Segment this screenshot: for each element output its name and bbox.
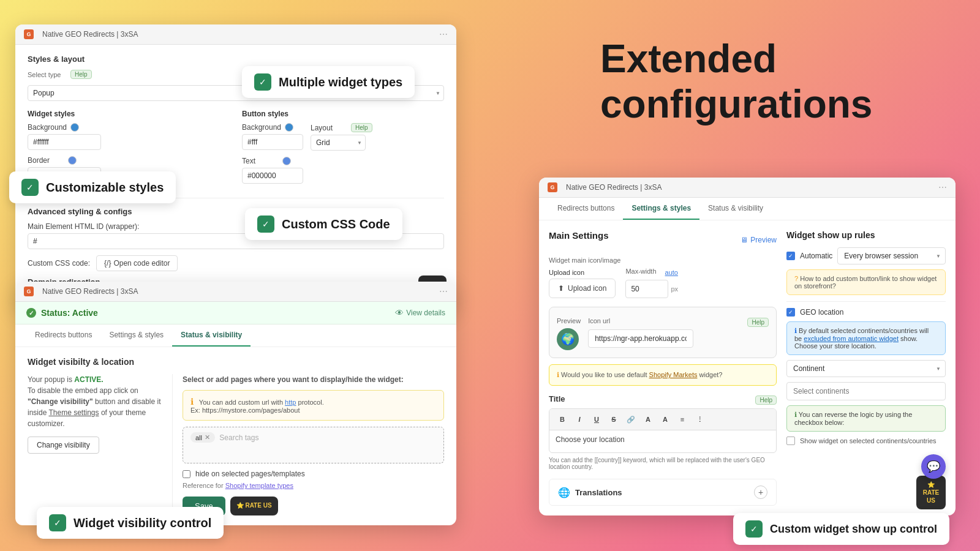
tag-all: all ✕	[190, 432, 215, 443]
more-btn[interactable]: ⋮	[693, 413, 706, 426]
chat-bubble[interactable]: 💬	[921, 454, 946, 479]
widget-bg-input[interactable]	[28, 134, 101, 150]
callout-custom-show: ✓ Custom widget show up control	[733, 513, 949, 545]
translations-row: 🌐 Translations +	[549, 479, 777, 506]
title-editor-body[interactable]: Choose your location	[549, 430, 776, 452]
eye-icon: 👁	[395, 308, 404, 318]
open-editor-btn[interactable]: {/} Open code editor	[96, 255, 178, 271]
info-icon-blue: ℹ	[794, 327, 797, 334]
preview-link[interactable]: 🖥 Preview	[741, 236, 777, 244]
check-icon-1: ✓	[254, 73, 271, 91]
search-tags-area: all ✕ Search tags	[183, 427, 444, 463]
btn-bg-swatch	[285, 123, 293, 132]
bold-btn[interactable]: B	[556, 413, 569, 426]
status-bar: ✓ Status: Active 👁 View details	[15, 302, 456, 324]
view-details-btn[interactable]: 👁 View details	[395, 308, 445, 318]
align-btn[interactable]: ≡	[676, 413, 689, 426]
callout-visibility-control: ✓ Widget visibility control	[37, 507, 224, 539]
check-icon-4: ✓	[49, 514, 66, 531]
visibility-desc: Your popup is ACTIVE. To disable the emb…	[28, 374, 162, 429]
check-icon-2: ✓	[257, 216, 274, 233]
strikethrough-btn[interactable]: S	[607, 413, 620, 426]
status-dot: ✓	[26, 308, 36, 318]
info-box-url: ℹ You can add custom url with http proto…	[183, 390, 444, 421]
callout-customizable: ✓ Customizable styles	[9, 171, 176, 203]
bottom-tabs: Redirects buttons Settings & styles Stat…	[15, 324, 456, 347]
bottom-status-panel: G Native GEO Redirects | 3xSA ⋯ ✓ Status…	[15, 282, 456, 525]
italic-btn[interactable]: I	[573, 413, 586, 426]
green-info-box: ℹ You can reverse the logic by using the…	[786, 405, 946, 432]
border-color-swatch	[68, 156, 77, 165]
panel-titlebar: G Native GEO Redirects | 3xSA ⋯	[15, 24, 456, 45]
globe-preview: 🌍	[557, 328, 579, 350]
session-dropdown[interactable]: Every browser session	[837, 247, 946, 264]
right-menu-icon: ⋯	[938, 182, 947, 192]
callout-custom-css: ✓ Custom CSS Code	[245, 208, 402, 240]
callout-multiple-widget: ✓ Multiple widget types	[242, 66, 415, 98]
bg-color-swatch	[70, 123, 79, 132]
app-icon: G	[24, 29, 34, 39]
rate-us-btn-bottom[interactable]: ⭐ RATE US	[230, 497, 278, 515]
status-panel-menu: ⋯	[439, 287, 448, 296]
info-icon-yellow: ℹ	[557, 371, 559, 378]
editor-icon: {/}	[104, 259, 111, 268]
icon-url-input[interactable]	[588, 329, 693, 348]
tab-settings-right[interactable]: Settings & styles	[623, 198, 699, 220]
globe-icon-translations: 🌐	[558, 487, 570, 498]
tag-close-icon[interactable]: ✕	[205, 433, 210, 441]
underline-btn[interactable]: U	[590, 413, 603, 426]
info-icon: ℹ	[190, 397, 194, 407]
layout-dropdown[interactable]: Grid	[311, 135, 366, 151]
tab-settings-bottom[interactable]: Settings & styles	[100, 324, 172, 347]
tab-status-bottom[interactable]: Status & visibility	[172, 324, 251, 347]
yellow-info-box: ℹ Would you like to use default Shopify …	[549, 364, 777, 386]
continent-dropdown[interactable]: Continent	[786, 360, 946, 377]
icon-preview-area: Preview 🌍 Icon url Help	[549, 307, 777, 358]
btn-text-input[interactable]	[242, 168, 303, 184]
app-icon-3: G	[548, 182, 557, 192]
question-icon: ?	[794, 275, 798, 282]
main-heading: Extended configurations	[600, 37, 919, 127]
tab-redirects-right[interactable]: Redirects buttons	[549, 198, 623, 220]
rate-us-btn-right[interactable]: ⭐RATE US	[916, 476, 946, 509]
tab-status-right[interactable]: Status & visibility	[699, 198, 772, 220]
link-btn[interactable]: 🔗	[624, 413, 638, 426]
add-translation-btn[interactable]: +	[754, 485, 767, 499]
right-settings-panel: G Native GEO Redirects | 3xSA ⋯ Redirect…	[539, 178, 956, 515]
panel-menu-icon: ⋯	[439, 29, 448, 39]
show-selected-checkbox[interactable]	[786, 437, 795, 445]
continent-search-input[interactable]	[786, 382, 946, 400]
title-editor: B I U S 🔗 A A ≡ ⋮ Choose your location	[549, 408, 777, 453]
automatic-checkbox[interactable]: ✓	[786, 252, 795, 260]
status-panel-titlebar: G Native GEO Redirects | 3xSA ⋯	[15, 282, 456, 302]
upload-icon-btn[interactable]: ⬆ Upload icon	[549, 279, 616, 298]
text-color-swatch	[282, 157, 291, 165]
font-color-btn[interactable]: A	[641, 413, 655, 426]
hide-checkbox[interactable]	[183, 470, 190, 478]
right-tabs: Redirects buttons Settings & styles Stat…	[539, 198, 956, 220]
check-icon-5: ✓	[745, 520, 763, 538]
btn-bg-input[interactable]	[242, 134, 303, 150]
info-icon-green: ℹ	[794, 411, 797, 418]
upload-icon: ⬆	[558, 284, 564, 293]
max-width-input[interactable]	[625, 280, 668, 298]
blue-info-box: ℹ By default selected continents/countri…	[786, 321, 946, 355]
orange-info-box: ? How to add custom button/link to show …	[786, 269, 946, 295]
check-icon-3: ✓	[21, 179, 39, 196]
app-icon-2: G	[24, 287, 34, 296]
change-visibility-btn[interactable]: Change visibility	[28, 437, 99, 454]
right-titlebar: G Native GEO Redirects | 3xSA ⋯	[539, 178, 956, 198]
font-bg-btn[interactable]: A	[658, 413, 672, 426]
preview-icon: 🖥	[741, 236, 748, 244]
tab-redirects-bottom[interactable]: Redirects buttons	[26, 324, 100, 347]
geo-checkbox[interactable]: ✓	[786, 308, 795, 317]
